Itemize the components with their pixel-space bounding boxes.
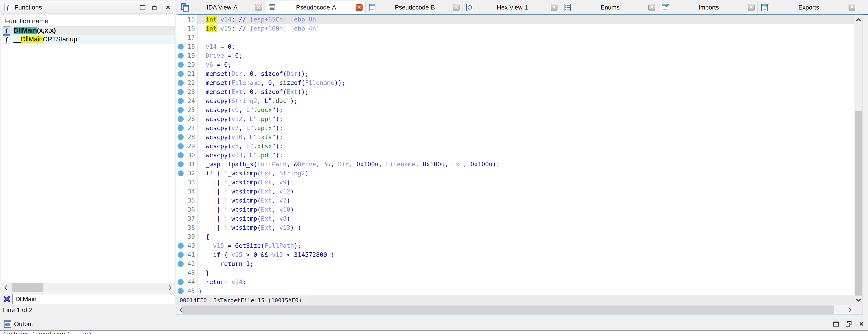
code-line[interactable]: 18 v14 = 0; <box>177 42 855 51</box>
code-line[interactable]: 19 Drive = 0; <box>177 51 855 60</box>
code-line[interactable]: 22 memset(Filename, 0, sizeof(Filename))… <box>177 78 855 87</box>
code-text[interactable]: wcscpy(v12, L".ppt"); <box>197 115 855 124</box>
output-log[interactable]: Caching 'Functions'... ok <box>0 330 868 334</box>
code-line[interactable]: 38 || !_wcsicmp(Ext, v13) ) <box>177 223 855 232</box>
tab-ida-view-a[interactable]: IDA View-A <box>178 1 265 14</box>
breakpoint-dot[interactable] <box>178 288 184 294</box>
code-text[interactable]: if ( !_wcsicmp(Ext, String2) <box>197 169 855 178</box>
scroll-up-icon[interactable] <box>855 16 863 25</box>
breakpoint-dot[interactable] <box>178 62 184 68</box>
float-icon[interactable] <box>846 321 852 327</box>
breakpoint-gutter[interactable] <box>177 250 184 259</box>
code-line[interactable]: 39 { <box>177 232 855 241</box>
code-vscrollbar[interactable] <box>855 15 863 305</box>
close-icon[interactable]: ✕ <box>165 4 171 10</box>
code-line[interactable]: 28 wcscpy(v10, L".xls"); <box>177 132 855 142</box>
code-text[interactable]: { <box>197 232 855 241</box>
breakpoint-gutter[interactable] <box>177 142 184 151</box>
code-line[interactable]: 36 || !_wcsicmp(Ext, v10) <box>177 205 855 214</box>
breakpoint-dot[interactable] <box>178 152 184 158</box>
code-hscroll-thumb[interactable] <box>182 305 834 314</box>
code-text[interactable]: wcscpy(v8, L".xlsx"); <box>197 142 855 151</box>
breakpoint-dot[interactable] <box>178 261 184 267</box>
function-row[interactable]: f__DllMainCRTStartup <box>1 35 175 44</box>
breakpoint-dot[interactable] <box>178 89 184 95</box>
breakpoint-gutter[interactable] <box>177 42 184 51</box>
code-line[interactable]: 15 int v14; // [esp+65Ch] [ebp-8h] <box>177 15 855 24</box>
breakpoint-gutter[interactable] <box>177 214 184 223</box>
tab-close-icon[interactable] <box>551 4 557 11</box>
code-text[interactable]: || !_wcsicmp(Ext, v8) <box>197 214 855 223</box>
code-text[interactable]: wcscpy(v10, L".xls"); <box>197 132 855 142</box>
code-text[interactable]: return v14; <box>197 277 855 286</box>
tab-close-icon[interactable] <box>848 4 855 11</box>
code-text[interactable] <box>197 33 855 42</box>
breakpoint-gutter[interactable] <box>177 259 184 268</box>
functions-hscrollbar[interactable] <box>1 283 175 292</box>
breakpoint-dot[interactable] <box>178 44 184 50</box>
breakpoint-gutter[interactable] <box>177 232 184 241</box>
code-text[interactable]: memset(Ext, 0, sizeof(Ext)); <box>197 87 855 96</box>
tab-close-icon[interactable] <box>356 4 363 11</box>
code-line[interactable]: 35 || !_wcsicmp(Ext, v7) <box>177 196 855 205</box>
code-line[interactable]: 23 memset(Ext, 0, sizeof(Ext)); <box>177 87 855 96</box>
breakpoint-gutter[interactable] <box>177 241 184 250</box>
breakpoint-dot[interactable] <box>178 116 184 122</box>
breakpoint-gutter[interactable] <box>177 268 184 277</box>
code-line[interactable]: 44 return v14; <box>177 277 855 286</box>
code-text[interactable]: v14 = 0; <box>197 42 855 51</box>
tab-enums[interactable]: Enums <box>560 1 658 14</box>
breakpoint-dot[interactable] <box>178 279 184 285</box>
code-line[interactable]: 43 } <box>177 268 855 277</box>
code-text[interactable]: || !_wcsicmp(Ext, v12) <box>197 187 855 196</box>
breakpoint-gutter[interactable] <box>177 60 184 69</box>
breakpoint-gutter[interactable] <box>177 24 184 33</box>
breakpoint-gutter[interactable] <box>177 178 184 187</box>
scroll-left-icon[interactable] <box>1 283 10 292</box>
breakpoint-gutter[interactable] <box>177 96 184 105</box>
code-line[interactable]: 26 wcscpy(v12, L".ppt"); <box>177 115 855 124</box>
code-line[interactable]: 31 _wsplitpath_s(FullPath, &Drive, 3u, D… <box>177 160 855 169</box>
code-text[interactable]: int v14; // [esp+65Ch] [ebp-8h] <box>197 15 855 24</box>
tab-pseudocode-b[interactable]: Pseudocode-B <box>366 1 463 14</box>
code-line[interactable]: 21 memset(Dir, 0, sizeof(Dir)); <box>177 69 855 78</box>
scroll-down-icon[interactable] <box>855 296 863 305</box>
code-line[interactable]: 37 || !_wcsicmp(Ext, v8) <box>177 214 855 223</box>
function-row[interactable]: fDllMain(x,x,x) <box>1 26 175 35</box>
code-line[interactable]: 45} <box>177 286 855 296</box>
code-text[interactable]: || !_wcsicmp(Ext, v9) <box>197 178 855 187</box>
breakpoint-dot[interactable] <box>178 171 184 176</box>
breakpoint-dot[interactable] <box>178 71 184 77</box>
code-text[interactable]: || !_wcsicmp(Ext, v13) ) <box>197 223 855 232</box>
breakpoint-gutter[interactable] <box>177 277 184 286</box>
code-line[interactable]: 30 wcscpy(v13, L".pdf"); <box>177 151 855 160</box>
breakpoint-gutter[interactable] <box>177 15 184 24</box>
code-text[interactable]: } <box>197 286 855 296</box>
code-text[interactable]: if ( v15 > 0 && v15 < 314572800 ) <box>197 250 855 259</box>
breakpoint-gutter[interactable] <box>177 286 184 296</box>
code-line[interactable]: 32 if ( !_wcsicmp(Ext, String2) <box>177 169 855 178</box>
breakpoint-dot[interactable] <box>178 53 184 59</box>
breakpoint-gutter[interactable] <box>177 78 184 87</box>
code-text[interactable]: wcscpy(v9, L".docx"); <box>197 105 855 115</box>
code-text[interactable]: Drive = 0; <box>197 51 855 60</box>
close-icon[interactable]: ✕ <box>859 321 864 327</box>
breakpoint-dot[interactable] <box>178 243 184 249</box>
breakpoint-gutter[interactable] <box>177 187 184 196</box>
code-line[interactable]: 27 wcscpy(v7, L".pptx"); <box>177 124 855 132</box>
breakpoint-dot[interactable] <box>178 143 184 149</box>
breakpoint-dot[interactable] <box>178 80 184 86</box>
breakpoint-gutter[interactable] <box>177 205 184 214</box>
tab-close-icon[interactable] <box>648 4 655 11</box>
code-text[interactable]: wcscpy(v7, L".pptx"); <box>197 124 855 132</box>
code-text[interactable]: wcscpy(String2, L".doc"); <box>197 96 855 105</box>
code-hscrollbar[interactable] <box>177 305 855 314</box>
breakpoint-gutter[interactable] <box>177 124 184 132</box>
code-line[interactable]: 25 wcscpy(v9, L".docx"); <box>177 105 855 115</box>
code-line[interactable]: 20 v6 = 0; <box>177 60 855 69</box>
code-line[interactable]: 40 v15 = GetSize(FullPath); <box>177 241 855 250</box>
float-icon[interactable] <box>152 4 158 10</box>
breakpoint-dot[interactable] <box>178 107 184 113</box>
code-text[interactable]: v15 = GetSize(FullPath); <box>197 241 855 250</box>
breakpoint-gutter[interactable] <box>177 196 184 205</box>
